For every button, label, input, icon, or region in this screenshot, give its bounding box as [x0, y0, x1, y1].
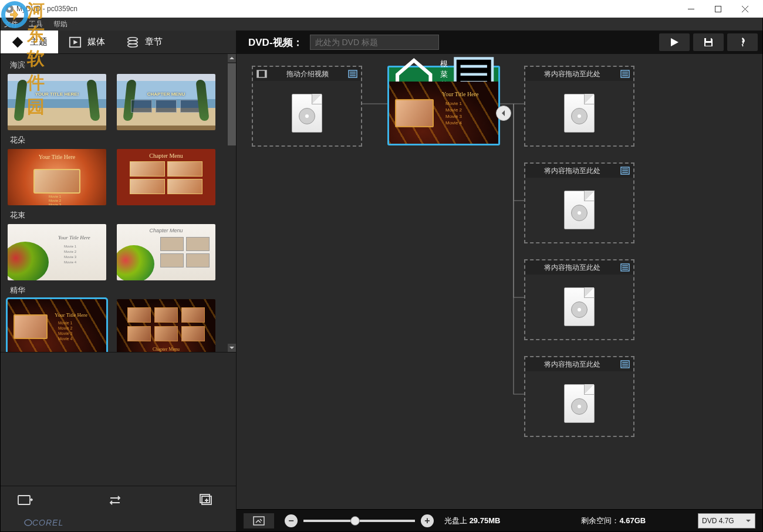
- svg-point-6: [128, 43, 138, 47]
- svg-rect-7: [18, 496, 30, 504]
- tab-themes[interactable]: 主题: [1, 31, 58, 53]
- theme-category-beach: 海滨: [10, 60, 223, 70]
- themes-panel: 海滨 YOUR TITLE HERE! CHAPTER MENU 花朵 Your…: [1, 54, 236, 352]
- theme-thumb-flower-chapter[interactable]: Chapter Menu: [117, 149, 215, 205]
- tab-media-label: 媒体: [87, 36, 105, 48]
- svg-rect-15: [257, 70, 259, 77]
- disc-used: 光盘上 29.75MB: [444, 516, 500, 526]
- zoom-slider[interactable]: [303, 520, 415, 522]
- zoom-in-button[interactable]: +: [421, 514, 434, 527]
- chapters-icon: [126, 36, 139, 49]
- burn-button[interactable]: [727, 33, 758, 51]
- file-placeholder-icon: [564, 287, 595, 326]
- file-placeholder-icon: [564, 191, 595, 229]
- corel-icon: [24, 519, 32, 527]
- theme-category-flower: 花朵: [10, 135, 223, 145]
- menu-icon[interactable]: [620, 167, 630, 175]
- drop-node-3[interactable]: 将内容拖动至此处: [524, 259, 634, 340]
- drop-node-4[interactable]: 将内容拖动至此处: [524, 356, 634, 437]
- drop-label: 将内容拖动至此处: [529, 69, 616, 79]
- window-minimize-button[interactable]: [677, 0, 704, 18]
- root-preview-list: Movie 1Movie 2Movie 3Movie 4: [445, 100, 462, 126]
- status-bar: − + 光盘上 29.75MB 剩余空间：4.67GB DVD 4.7G: [237, 509, 762, 531]
- media-icon: [69, 36, 82, 49]
- svg-point-10: [25, 520, 32, 526]
- window-title: MyDVD - pc0359cn: [16, 5, 77, 13]
- menu-tools[interactable]: 工具: [29, 19, 43, 29]
- theme-thumb-beach-title[interactable]: YOUR TITLE HERE!: [8, 74, 106, 130]
- app-icon: [5, 4, 14, 13]
- zoom-thumb[interactable]: [350, 516, 360, 526]
- file-placeholder-icon: [564, 384, 595, 423]
- brand-bar: COREL: [1, 514, 236, 531]
- svg-rect-2: [715, 6, 721, 12]
- tab-themes-label: 主题: [30, 36, 48, 48]
- menu-help[interactable]: 帮助: [53, 19, 67, 29]
- drop-label: 将内容拖动至此处: [529, 360, 616, 370]
- brand-corel: COREL: [32, 518, 63, 527]
- drop-node-1[interactable]: 将内容拖动至此处: [524, 66, 634, 147]
- svg-point-1: [8, 8, 11, 11]
- file-placeholder-icon: [564, 94, 595, 133]
- theme-thumb-bouquet-chapter[interactable]: Chapter Menu: [117, 224, 215, 280]
- menu-file[interactable]: 文件: [4, 19, 18, 29]
- play-button[interactable]: [659, 33, 690, 51]
- disc-type-value: DVD 4.7G: [702, 517, 734, 525]
- drop-label: 将内容拖动至此处: [529, 263, 616, 273]
- menu-icon[interactable]: [620, 360, 630, 368]
- zoom-out-button[interactable]: −: [285, 514, 298, 527]
- theme-thumb-flower-title[interactable]: Your Title Here Movie 1Movie 2Movie 3: [8, 149, 106, 205]
- themes-variants-panel: [1, 352, 236, 486]
- intro-icon: [256, 69, 267, 79]
- save-button[interactable]: [693, 33, 724, 51]
- collapse-button[interactable]: [496, 106, 511, 121]
- file-placeholder-icon: [292, 94, 322, 133]
- svg-rect-12: [705, 43, 711, 46]
- edit-button[interactable]: [244, 513, 274, 528]
- import-button[interactable]: [12, 492, 38, 509]
- theme-thumb-essential-chapter[interactable]: Chapter Menu: [117, 299, 215, 352]
- drop-node-2[interactable]: 将内容拖动至此处: [524, 162, 634, 243]
- window-maximize-button[interactable]: [704, 0, 731, 18]
- themes-icon: [11, 36, 24, 49]
- left-tabs: 主题 媒体 章节: [1, 31, 236, 54]
- scroll-up-button[interactable]: [228, 54, 236, 62]
- project-header: DVD-视频：: [237, 31, 762, 54]
- intro-label: 拖动介绍视频: [272, 69, 343, 79]
- svg-rect-11: [706, 38, 711, 41]
- add-button[interactable]: [193, 492, 219, 509]
- drop-label: 将内容拖动至此处: [529, 166, 616, 176]
- theme-thumb-bouquet-title[interactable]: Your Title Here Movie 1Movie 2Movie 3Mov…: [8, 224, 106, 280]
- window-close-button[interactable]: [731, 0, 758, 18]
- swap-button[interactable]: [103, 492, 129, 509]
- dvd-title-input[interactable]: [310, 35, 439, 50]
- project-type-label: DVD-视频：: [237, 36, 310, 49]
- root-preview-title: Your Title Here: [442, 91, 478, 97]
- tab-media[interactable]: 媒体: [58, 31, 116, 53]
- tree-canvas[interactable]: 拖动介绍视频 根菜单 Your Title Here Movie 1Movie …: [237, 54, 762, 509]
- tab-chapters-label: 章节: [145, 36, 163, 48]
- theme-category-bouquet: 花束: [10, 210, 223, 221]
- theme-category-essential: 精华: [10, 285, 223, 296]
- root-menu-node[interactable]: 根菜单 Your Title Here Movie 1Movie 2Movie …: [387, 66, 500, 145]
- theme-thumb-beach-chapter[interactable]: CHAPTER MENU: [117, 74, 215, 130]
- menu-icon[interactable]: [348, 70, 357, 78]
- scroll-down-button[interactable]: [228, 344, 236, 352]
- svg-rect-16: [265, 70, 266, 77]
- menu-icon[interactable]: [620, 70, 630, 78]
- disc-free: 剩余空间：4.67GB: [581, 516, 646, 526]
- menubar: 文件 工具 帮助: [1, 18, 762, 31]
- themes-scrollbar[interactable]: [228, 54, 236, 352]
- left-actions: [1, 486, 236, 514]
- theme-thumb-essential-title[interactable]: Your Title Here Movie 1Movie 2Movie 3Mov…: [8, 299, 106, 352]
- scroll-thumb[interactable]: [228, 63, 236, 145]
- window-titlebar: MyDVD - pc0359cn: [0, 0, 763, 18]
- menu-icon[interactable]: [620, 263, 630, 272]
- tab-chapters[interactable]: 章节: [116, 31, 173, 53]
- zoom-control: − +: [285, 514, 434, 527]
- disc-type-select[interactable]: DVD 4.7G: [698, 513, 755, 528]
- intro-node[interactable]: 拖动介绍视频: [252, 66, 362, 147]
